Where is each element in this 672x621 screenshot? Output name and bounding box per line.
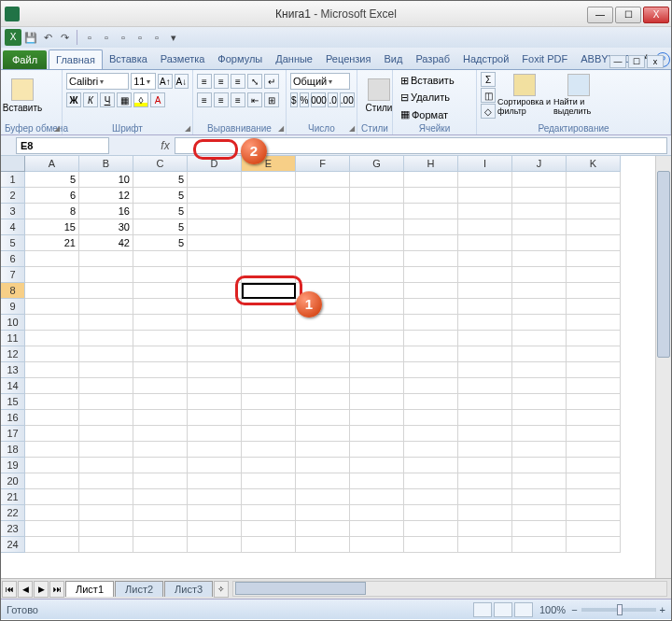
cell[interactable] [458,315,512,331]
cell[interactable] [458,172,512,188]
cell[interactable] [458,489,512,505]
tab-главная[interactable]: Главная [49,49,103,69]
cell[interactable] [296,315,350,331]
row-header[interactable]: 18 [1,442,25,458]
cell[interactable] [133,315,188,331]
cell[interactable] [242,521,296,537]
row-header[interactable]: 7 [1,267,25,283]
cell[interactable] [188,346,242,362]
cell[interactable] [350,172,404,188]
cell[interactable] [567,251,621,267]
cell[interactable]: 10 [79,172,133,188]
font-name-combo[interactable]: Calibri▾ [66,73,129,90]
wrap-icon[interactable]: ↵ [264,74,279,89]
cell[interactable] [350,394,404,410]
insert-cells-button[interactable]: ⊞ Вставить [397,73,458,89]
cell[interactable] [512,299,567,315]
cell[interactable] [296,219,350,235]
cell[interactable] [404,283,458,299]
align-mid-icon[interactable]: ≡ [214,74,229,89]
view-normal-icon[interactable] [473,602,492,617]
cell[interactable] [25,473,79,489]
cell[interactable] [133,473,188,489]
tab-разметка[interactable]: Разметка [154,49,212,69]
worksheet-grid[interactable]: ABCDEFGHIJK15105261253816541530552142567… [1,156,671,553]
cell[interactable] [404,521,458,537]
row-header[interactable]: 12 [1,346,25,362]
cell[interactable] [188,410,242,426]
cell[interactable] [25,489,79,505]
format-cells-button[interactable]: ▦ Формат [397,106,452,122]
cell[interactable] [133,505,188,521]
vertical-scrollbar[interactable] [655,156,671,578]
cell[interactable] [404,299,458,315]
cell[interactable] [188,235,242,251]
redo-icon[interactable]: ↷ [57,30,72,45]
cell[interactable] [512,473,567,489]
col-header[interactable]: G [350,156,404,172]
cell[interactable] [404,172,458,188]
row-header[interactable]: 1 [1,172,25,188]
zoom-level[interactable]: 100% [539,604,566,615]
cell[interactable] [296,489,350,505]
cell[interactable] [188,267,242,283]
cell[interactable] [25,505,79,521]
qat-dropdown-icon[interactable]: ▾ [166,30,181,45]
cell[interactable] [567,362,621,378]
cell[interactable] [188,521,242,537]
cell[interactable] [296,346,350,362]
cell[interactable] [404,346,458,362]
cell[interactable] [512,235,567,251]
cell[interactable] [79,394,133,410]
cell[interactable] [567,473,621,489]
row-header[interactable]: 10 [1,315,25,331]
cell[interactable] [79,410,133,426]
cell[interactable] [296,362,350,378]
cell[interactable] [350,458,404,473]
col-header[interactable]: F [296,156,350,172]
tab-вид[interactable]: Вид [377,49,409,69]
cell[interactable] [567,283,621,299]
cell[interactable] [404,426,458,442]
align-center-icon[interactable]: ≡ [214,92,229,107]
tab-рецензия[interactable]: Рецензия [319,49,378,69]
cell[interactable] [188,442,242,458]
cell[interactable] [133,394,188,410]
cell[interactable]: 42 [79,235,133,251]
qat-icon[interactable]: ▫ [116,30,131,45]
cell[interactable] [188,473,242,489]
cell[interactable]: 5 [133,219,188,235]
cell[interactable]: 5 [133,188,188,204]
cell[interactable] [350,188,404,204]
cell[interactable] [296,251,350,267]
cell[interactable] [25,299,79,315]
cell[interactable] [404,235,458,251]
cell[interactable] [296,267,350,283]
cell[interactable] [458,537,512,553]
cell[interactable] [133,346,188,362]
col-header[interactable]: D [188,156,242,172]
cell[interactable] [350,505,404,521]
cell[interactable] [350,346,404,362]
zoom-slider[interactable] [581,608,656,612]
row-header[interactable]: 3 [1,204,25,219]
cell[interactable] [458,204,512,219]
cell[interactable] [458,426,512,442]
comma-icon[interactable]: 000 [311,92,326,107]
cell[interactable] [512,331,567,346]
cell[interactable] [242,267,296,283]
cell[interactable] [404,473,458,489]
cell[interactable] [188,204,242,219]
cell[interactable] [242,346,296,362]
save-icon[interactable]: 💾 [23,30,38,45]
row-header[interactable]: 19 [1,458,25,473]
cell[interactable] [350,299,404,315]
col-header[interactable]: A [25,156,79,172]
paste-button[interactable]: Вставить [5,72,40,119]
row-header[interactable]: 5 [1,235,25,251]
cell[interactable] [567,378,621,394]
cell[interactable]: 5 [25,172,79,188]
cell[interactable] [133,410,188,426]
cell[interactable] [567,426,621,442]
dialog-launcher-icon[interactable]: ◢ [185,124,190,133]
